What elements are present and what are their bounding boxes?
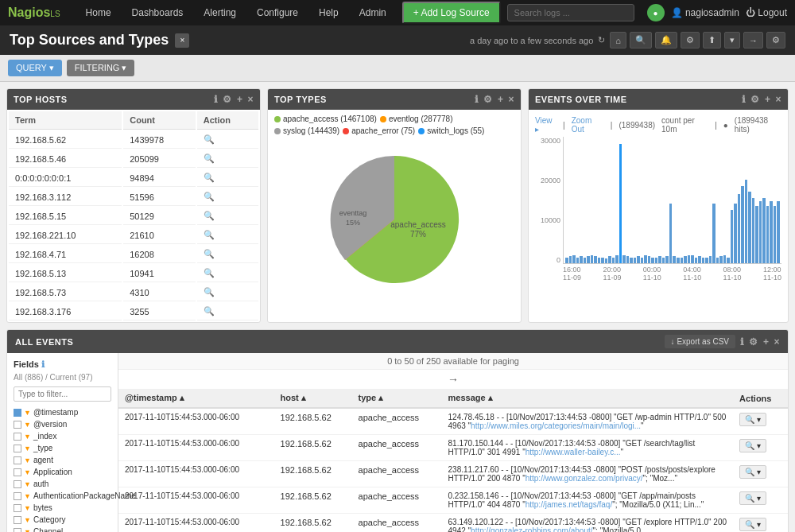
bar[interactable] [770, 201, 773, 263]
bar[interactable] [731, 210, 734, 264]
info-icon[interactable]: ℹ [475, 94, 479, 105]
bar[interactable] [695, 258, 698, 264]
bar[interactable] [762, 198, 766, 264]
nav-user[interactable]: 👤 nagiosadmin [671, 7, 739, 18]
nav-help[interactable]: Help [309, 2, 348, 23]
settings-icon-btn[interactable]: ⚙ [681, 32, 700, 49]
bar[interactable] [641, 258, 644, 264]
bar[interactable] [658, 256, 661, 263]
actions-button[interactable]: 🔍 ▾ [739, 439, 766, 452]
bar[interactable] [759, 201, 762, 263]
gear-icon[interactable]: ⚙ [223, 94, 232, 105]
bar[interactable] [601, 258, 604, 264]
info-icon[interactable]: ℹ [742, 94, 747, 105]
field-item[interactable]: ▼ Application [14, 466, 111, 478]
field-item[interactable]: ▼ agent [14, 454, 111, 466]
bar[interactable] [745, 180, 748, 263]
nav-admin[interactable]: Admin [350, 2, 396, 23]
col-header-3[interactable]: message ▴ [442, 389, 734, 408]
field-checkbox[interactable] [14, 528, 21, 533]
field-item[interactable]: ▼ Category [14, 514, 111, 526]
bell-icon-btn[interactable]: 🔔 [655, 32, 677, 49]
bar[interactable] [626, 256, 630, 263]
bar[interactable] [677, 258, 680, 264]
bar[interactable] [662, 258, 665, 264]
bar[interactable] [755, 206, 758, 263]
add-icon[interactable]: + [237, 94, 243, 105]
search-icon[interactable]: 🔍 [204, 173, 215, 182]
actions-button[interactable]: 🔍 ▾ [739, 491, 766, 505]
bar[interactable] [608, 256, 611, 263]
bar[interactable] [716, 258, 719, 264]
field-item[interactable]: ▼ @version [14, 418, 111, 430]
bar[interactable] [698, 256, 701, 263]
bar[interactable] [684, 256, 687, 263]
field-checkbox[interactable] [14, 409, 21, 417]
bar[interactable] [719, 256, 723, 263]
search-icon[interactable]: 🔍 [204, 287, 215, 297]
actions-button[interactable]: 🔍 ▾ [739, 518, 766, 531]
field-item[interactable]: ▼ _index [14, 430, 111, 442]
add-icon[interactable]: + [765, 94, 771, 105]
remove-icon[interactable]: × [774, 336, 780, 348]
export-csv-button[interactable]: ↓ Export as CSV [665, 335, 735, 348]
bar[interactable] [738, 194, 741, 263]
remove-icon[interactable]: × [508, 94, 514, 105]
field-item[interactable]: ▼ Channel [14, 526, 111, 532]
field-checkbox[interactable] [14, 468, 21, 476]
pagination-arrow[interactable]: → [118, 370, 788, 389]
bar[interactable] [709, 256, 712, 263]
search-input[interactable] [507, 4, 634, 21]
field-checkbox[interactable] [14, 421, 21, 429]
bar[interactable] [727, 258, 730, 264]
bar[interactable] [634, 258, 637, 264]
gear-icon-btn[interactable]: ⚙ [766, 32, 785, 49]
event-link[interactable]: http://gonzalez-robbins.com/about/ [471, 526, 592, 532]
field-item[interactable]: ▼ auth [14, 478, 111, 490]
bar[interactable] [691, 255, 694, 264]
actions-button[interactable]: 🔍 ▾ [739, 413, 766, 426]
remove-icon[interactable]: × [247, 94, 254, 105]
search-icon[interactable]: 🔍 [204, 249, 215, 258]
bar[interactable] [576, 258, 580, 264]
home-icon-btn[interactable]: ⌂ [610, 32, 626, 49]
search-icon[interactable]: 🔍 [204, 268, 215, 278]
bar[interactable] [651, 258, 654, 264]
close-button[interactable]: × [175, 33, 189, 48]
field-checkbox[interactable] [14, 445, 21, 452]
bar[interactable] [565, 258, 568, 264]
bar[interactable] [591, 255, 594, 264]
bar[interactable] [734, 204, 737, 263]
add-icon[interactable]: + [498, 94, 504, 105]
bar[interactable] [766, 206, 770, 263]
bar[interactable] [712, 204, 716, 263]
bar[interactable] [644, 255, 647, 264]
bar[interactable] [598, 258, 601, 264]
zoom-out-link[interactable]: Zoom Out [572, 116, 604, 134]
add-log-source-button[interactable]: + Add Log Source [402, 2, 501, 24]
field-item[interactable]: ▼ _type [14, 442, 111, 454]
info-icon[interactable]: ℹ [740, 336, 745, 348]
gear-icon[interactable]: ⚙ [750, 94, 760, 105]
query-button[interactable]: QUERY ▾ [8, 60, 62, 76]
fields-info-icon[interactable]: ℹ [41, 359, 45, 369]
gear-icon[interactable]: ⚙ [749, 336, 758, 348]
bar[interactable] [612, 258, 615, 264]
bar[interactable] [669, 204, 673, 263]
bar[interactable] [648, 256, 651, 263]
field-item[interactable]: ▼ bytes [14, 502, 111, 514]
gear-icon[interactable]: ⚙ [483, 94, 493, 105]
field-checkbox[interactable] [14, 492, 21, 500]
bar[interactable] [655, 258, 658, 264]
bar[interactable] [741, 186, 744, 264]
bar[interactable] [752, 198, 755, 264]
fields-filter-input[interactable] [14, 386, 111, 402]
field-item[interactable]: ▼ @timestamp [14, 406, 111, 418]
bar[interactable] [774, 206, 777, 263]
field-checkbox[interactable] [14, 504, 21, 512]
bar[interactable] [705, 258, 708, 264]
bar[interactable] [702, 258, 705, 264]
bar[interactable] [723, 255, 727, 264]
search-icon[interactable]: 🔍 [204, 153, 215, 163]
bar[interactable] [619, 144, 622, 263]
